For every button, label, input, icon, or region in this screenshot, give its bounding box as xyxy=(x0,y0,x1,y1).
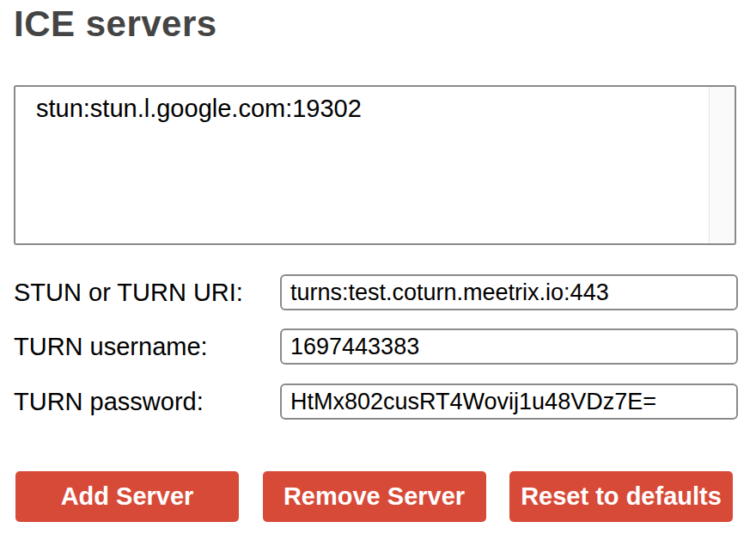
turn-username-row: TURN username: xyxy=(14,328,742,365)
add-server-button[interactable]: Add Server xyxy=(15,471,239,522)
ice-server-option[interactable]: stun:stun.l.google.com:19302 xyxy=(36,95,362,123)
remove-server-button[interactable]: Remove Server xyxy=(263,471,486,522)
turn-password-row: TURN password: xyxy=(14,384,742,420)
page-title: ICE servers xyxy=(14,3,217,45)
ice-servers-listbox[interactable]: stun:stun.l.google.com:19302 xyxy=(14,85,736,245)
turn-password-label: TURN password: xyxy=(14,388,280,416)
stun-turn-uri-input[interactable] xyxy=(280,274,738,310)
turn-username-label: TURN username: xyxy=(14,333,280,361)
ice-servers-page: ICE servers stun:stun.l.google.com:19302… xyxy=(0,0,756,540)
stun-turn-uri-label: STUN or TURN URI: xyxy=(14,279,280,307)
turn-password-input[interactable] xyxy=(280,384,738,420)
listbox-scrollbar[interactable] xyxy=(709,87,735,243)
button-row: Add Server Remove Server Reset to defaul… xyxy=(15,471,733,522)
stun-turn-uri-row: STUN or TURN URI: xyxy=(14,274,742,310)
turn-username-input[interactable] xyxy=(280,328,738,365)
reset-to-defaults-button[interactable]: Reset to defaults xyxy=(509,471,733,522)
